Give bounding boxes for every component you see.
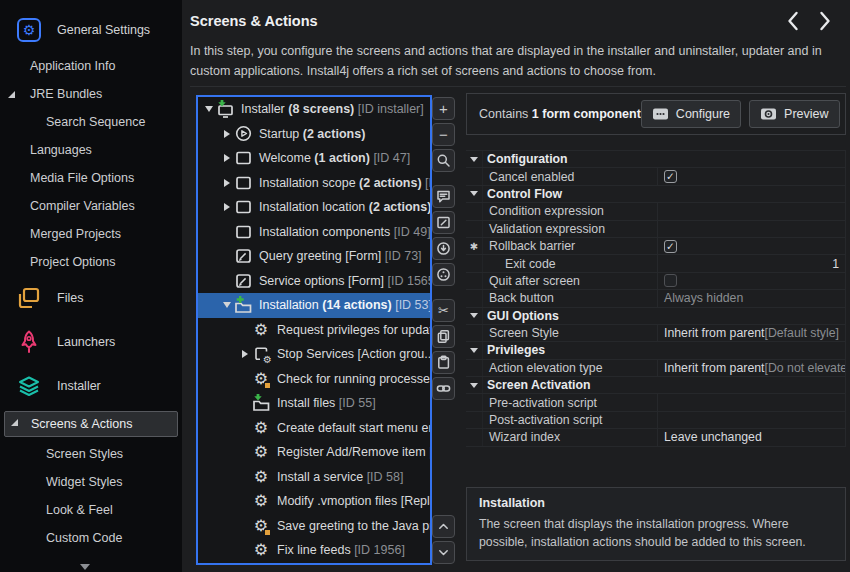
- section-collapse-icon[interactable]: [470, 157, 478, 162]
- sidebar-item-application-info[interactable]: Application Info: [0, 52, 182, 80]
- property-value-action-elevation-type[interactable]: Inherit from parent [Do not elevate]: [657, 360, 845, 376]
- tree-expander[interactable]: [220, 302, 233, 308]
- nav-back-button[interactable]: [780, 8, 806, 34]
- tree-item-installer[interactable]: Installer (8 screens) [ID installer]: [198, 97, 430, 122]
- expand-icon[interactable]: [224, 154, 230, 162]
- section-collapse-icon[interactable]: [470, 313, 478, 318]
- tree-item-create-default-start-menu-en[interactable]: ⚙Create default start menu en...: [198, 416, 430, 441]
- tree-item-installation[interactable]: Installation (14 actions) [ID 53]: [198, 293, 430, 318]
- sidebar-item-languages[interactable]: Languages: [0, 136, 182, 164]
- section-collapse-icon[interactable]: [470, 191, 478, 196]
- paste-button[interactable]: [432, 351, 455, 374]
- sidebar-item-installer[interactable]: Installer: [0, 364, 182, 408]
- move-up-button[interactable]: [432, 515, 455, 538]
- link-icon: [436, 381, 451, 396]
- expand-icon[interactable]: [224, 179, 230, 187]
- tree-item-welcome[interactable]: Welcome (1 action) [ID 47]: [198, 146, 430, 171]
- preview-button[interactable]: Preview: [749, 100, 839, 128]
- sidebar-item-custom-code[interactable]: Custom Code: [0, 524, 182, 552]
- circle-down-button[interactable]: [432, 237, 455, 260]
- tree-item-register-add-remove-item[interactable]: ⚙Register Add/Remove item [I...: [198, 440, 430, 465]
- property-value-quit-after-screen[interactable]: [657, 273, 845, 289]
- move-down-button[interactable]: [432, 541, 455, 564]
- tree-item-installation-location[interactable]: Installation location (2 actions) ...: [198, 195, 430, 220]
- tree-expander[interactable]: [202, 106, 215, 112]
- cut-button[interactable]: ✂: [432, 299, 455, 322]
- sidebar-item-search-sequence[interactable]: Search Sequence: [0, 108, 182, 136]
- tree-item-query-greeting-form[interactable]: Query greeting [Form] [ID 73]: [198, 244, 430, 269]
- expand-icon[interactable]: [242, 350, 248, 358]
- tree-item-installation-scope[interactable]: Installation scope (2 actions) [I...: [198, 171, 430, 196]
- folder-plus-icon: [233, 296, 253, 314]
- sidebar-scroll-down-icon[interactable]: [80, 564, 90, 570]
- tree-item-installation-components[interactable]: Installation components [ID 49]: [198, 220, 430, 245]
- sidebar-item-project-options[interactable]: Project Options: [0, 248, 182, 276]
- tree-item-save-greeting-to-the-java-pre[interactable]: ⚙Save greeting to the Java pre...: [198, 514, 430, 539]
- property-value-screen-style[interactable]: Inherit from parent [Default style]: [657, 325, 845, 341]
- plus-button[interactable]: +: [432, 97, 455, 120]
- section-collapse-icon[interactable]: [470, 348, 478, 353]
- expand-icon[interactable]: [224, 130, 230, 138]
- nav-forward-button[interactable]: [812, 8, 838, 34]
- property-value-pre-activation-script[interactable]: [657, 394, 845, 410]
- property-label: Post-activation script: [483, 413, 657, 427]
- property-value-back-button[interactable]: Always hidden: [657, 290, 845, 306]
- property-value-validation-expression[interactable]: [657, 221, 845, 237]
- tree-item-stop-services-action-grou[interactable]: ⚙Stop Services [Action grou...: [198, 342, 430, 367]
- sidebar-item-compiler-variables[interactable]: Compiler Variables: [0, 192, 182, 220]
- search-icon: [436, 153, 451, 168]
- sidebar-item-media-file-options[interactable]: Media File Options: [0, 164, 182, 192]
- tree-expander[interactable]: [220, 179, 233, 187]
- property-value-wizard-index[interactable]: Leave unchanged: [657, 429, 845, 445]
- sidebar-item-look-feel[interactable]: Look & Feel: [0, 496, 182, 524]
- property-value-cancel-enabled[interactable]: ✓: [657, 168, 845, 184]
- section-collapse-icon[interactable]: [470, 383, 478, 388]
- screens-actions-tree: Installer (8 screens) [ID installer]Star…: [196, 95, 432, 565]
- sidebar-item-launchers[interactable]: Launchers: [0, 320, 182, 364]
- tree-expander[interactable]: [220, 154, 233, 162]
- collapse-icon[interactable]: [205, 106, 213, 112]
- expander-icon[interactable]: [11, 419, 18, 426]
- tree-item-label: Register Add/Remove item [I...: [277, 445, 432, 459]
- tree-expander[interactable]: [220, 130, 233, 138]
- sidebar-item-screen-styles[interactable]: Screen Styles: [0, 440, 182, 468]
- tree-item-request-privileges-for-update[interactable]: ⚙Request privileges for update..: [198, 318, 430, 343]
- sidebar-item-merged-projects[interactable]: Merged Projects: [0, 220, 182, 248]
- circle-dots-button[interactable]: [432, 263, 455, 286]
- sidebar-item-jre-bundles[interactable]: JRE Bundles: [0, 80, 182, 108]
- tree-item-install-files[interactable]: Install files [ID 55]: [198, 391, 430, 416]
- link-button[interactable]: [432, 377, 455, 400]
- expand-icon[interactable]: [224, 203, 230, 211]
- sidebar-item-widget-styles[interactable]: Widget Styles: [0, 468, 182, 496]
- property-value-exit-code[interactable]: 1: [657, 255, 845, 271]
- sidebar-item-screens-actions[interactable]: Screens & Actions: [4, 411, 178, 437]
- configure-icon: [652, 107, 669, 121]
- configure-button[interactable]: Configure: [641, 100, 741, 128]
- property-value-post-activation-script[interactable]: [657, 412, 845, 428]
- minus-button[interactable]: −: [432, 123, 455, 146]
- tree-item-check-for-running-processes[interactable]: ⚙Check for running processes ...: [198, 367, 430, 392]
- collapse-icon[interactable]: [223, 302, 231, 308]
- checkbox[interactable]: [664, 274, 677, 287]
- tree-item-modify-vmoption-files-repla[interactable]: ⚙Modify .vmoption files [Repla...: [198, 489, 430, 514]
- checkbox[interactable]: ✓: [664, 170, 677, 183]
- tree-item-startup[interactable]: Startup (2 actions): [198, 122, 430, 147]
- tree-expander[interactable]: [220, 203, 233, 211]
- property-value-rollback-barrier[interactable]: ✓: [657, 238, 845, 254]
- tree-item-fix-line-feeds[interactable]: ⚙Fix line feeds [ID 1956]: [198, 538, 430, 563]
- tree-expander[interactable]: [238, 350, 251, 358]
- comment-button[interactable]: [432, 185, 455, 208]
- property-value-condition-expression[interactable]: [657, 203, 845, 219]
- tree-item-label: Service options [Form] [ID 1565]: [259, 274, 432, 288]
- note-button[interactable]: [432, 211, 455, 234]
- checkbox[interactable]: ✓: [664, 240, 677, 253]
- search-button[interactable]: [432, 149, 455, 172]
- expander-icon[interactable]: [8, 91, 15, 98]
- tree-item-service-options-form[interactable]: Service options [Form] [ID 1565]: [198, 269, 430, 294]
- sidebar-item-files[interactable]: Files: [0, 276, 182, 320]
- sidebar-item-general-settings[interactable]: ⚙General Settings: [0, 8, 182, 52]
- property-gutter: [466, 221, 483, 237]
- copy-button[interactable]: [432, 325, 455, 348]
- tree-item-install-a-service[interactable]: ⚙Install a service [ID 58]: [198, 465, 430, 490]
- property-gutter: [466, 151, 483, 167]
